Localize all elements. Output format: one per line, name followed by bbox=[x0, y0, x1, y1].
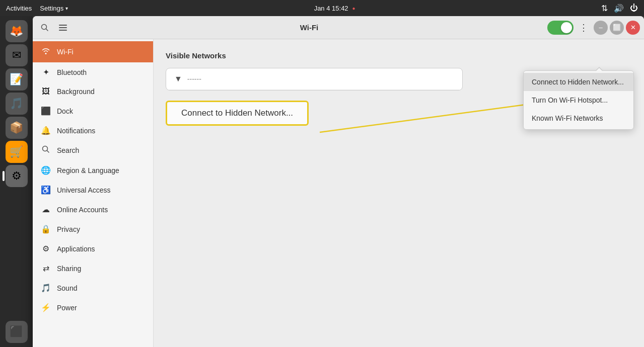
universal-access-icon: ♿ bbox=[41, 185, 51, 195]
sidebar-item-power[interactable]: ⚡ Power bbox=[33, 298, 153, 317]
sidebar-label-wifi: Wi-Fi bbox=[57, 48, 74, 56]
sidebar-label-bluetooth: Bluetooth bbox=[57, 68, 87, 76]
online-accounts-icon: ☁ bbox=[41, 205, 51, 214]
sidebar-label-search: Search bbox=[57, 146, 79, 154]
dock-icon-music[interactable]: 🎵 bbox=[6, 93, 28, 115]
dock-settings-icon: ⬛ bbox=[41, 106, 51, 116]
sidebar-label-sound: Sound bbox=[57, 284, 77, 292]
sidebar-label-applications: Applications bbox=[57, 245, 95, 253]
dropdown-item-connect-hidden[interactable]: Connect to Hidden Network... bbox=[524, 73, 633, 91]
datetime-label: Jan 4 15:42 bbox=[314, 5, 348, 12]
sidebar-item-region[interactable]: 🌐 Region & Language bbox=[33, 160, 153, 180]
sidebar-item-background[interactable]: 🖼 Background bbox=[33, 82, 153, 101]
sidebar-label-universal-access: Universal Access bbox=[57, 186, 111, 194]
power-settings-icon: ⚡ bbox=[41, 303, 51, 312]
dock-icon-apps[interactable]: ⬛ bbox=[6, 321, 28, 343]
sound-icon: 🎵 bbox=[41, 283, 51, 293]
window-titlebar: Wi-Fi ⋮ – ⬜ ✕ bbox=[33, 16, 644, 39]
search-settings-icon bbox=[41, 145, 51, 155]
svg-rect-4 bbox=[59, 30, 67, 31]
sidebar-item-wifi[interactable]: Wi-Fi bbox=[33, 41, 153, 62]
volume-icon: 🔊 bbox=[614, 4, 624, 13]
applications-icon: ⚙ bbox=[41, 244, 51, 253]
sidebar-label-online-accounts: Online Accounts bbox=[57, 206, 108, 214]
sidebar-item-bluetooth[interactable]: ✦ Bluetooth bbox=[33, 62, 153, 82]
networks-container: ▼ ------ bbox=[166, 68, 463, 91]
kebab-menu-button[interactable]: ⋮ bbox=[576, 20, 592, 36]
sidebar-item-online-accounts[interactable]: ☁ Online Accounts bbox=[33, 200, 153, 219]
connect-hidden-highlight-box[interactable]: Connect to Hidden Network... bbox=[166, 101, 309, 126]
settings-menu-label: Settings bbox=[40, 5, 63, 12]
main-content: Visible Networks ▼ ------ bbox=[154, 39, 644, 347]
header-menu-button[interactable] bbox=[55, 20, 71, 36]
application-dock: 🦊 ✉ 📝 🎵 📦 🛒 ⚙ ⬛ bbox=[0, 16, 33, 347]
sidebar-item-search[interactable]: Search bbox=[33, 140, 153, 160]
svg-rect-2 bbox=[59, 25, 67, 26]
sidebar-item-sound[interactable]: 🎵 Sound bbox=[33, 278, 153, 298]
sidebar-label-privacy: Privacy bbox=[57, 225, 80, 233]
sidebar-item-privacy[interactable]: 🔒 Privacy bbox=[33, 219, 153, 239]
sidebar-label-background: Background bbox=[57, 88, 95, 96]
network-icon: ⇅ bbox=[601, 4, 608, 13]
visible-networks-title: Visible Networks bbox=[166, 51, 632, 60]
wifi-signal-icon: ▼ bbox=[174, 74, 182, 83]
bluetooth-icon: ✦ bbox=[41, 67, 51, 77]
sidebar-item-sharing[interactable]: ⇄ Sharing bbox=[33, 258, 153, 278]
wifi-toggle[interactable] bbox=[547, 21, 574, 35]
power-icon: ⏻ bbox=[630, 4, 638, 13]
recording-dot: ● bbox=[352, 6, 355, 11]
sidebar-label-region: Region & Language bbox=[57, 166, 119, 175]
network-item[interactable]: ▼ ------ bbox=[166, 68, 462, 90]
maximize-button[interactable]: ⬜ bbox=[610, 21, 624, 35]
dock-icon-settings[interactable]: ⚙ bbox=[6, 165, 28, 187]
wifi-icon bbox=[41, 46, 51, 57]
dock-icon-writer[interactable]: 📝 bbox=[6, 68, 28, 91]
chevron-down-icon: ▾ bbox=[65, 6, 68, 11]
svg-line-6 bbox=[47, 151, 49, 153]
settings-sidebar: Wi-Fi ✦ Bluetooth 🖼 Background ⬛ Dock 🔔 … bbox=[33, 39, 154, 347]
notifications-icon: 🔔 bbox=[41, 126, 51, 135]
region-icon: 🌐 bbox=[41, 165, 51, 175]
svg-rect-3 bbox=[59, 27, 67, 28]
dropdown-menu: Connect to Hidden Network... Turn On Wi-… bbox=[523, 70, 634, 130]
sidebar-label-power: Power bbox=[57, 304, 77, 312]
dock-icon-software[interactable]: 📦 bbox=[6, 117, 28, 139]
sidebar-item-notifications[interactable]: 🔔 Notifications bbox=[33, 121, 153, 140]
sidebar-item-applications[interactable]: ⚙ Applications bbox=[33, 239, 153, 258]
close-button[interactable]: ✕ bbox=[626, 21, 640, 35]
dropdown-item-known-networks[interactable]: Known Wi-Fi Networks bbox=[524, 109, 633, 127]
dock-icon-firefox[interactable]: 🦊 bbox=[6, 20, 28, 42]
topbar: Activities Settings ▾ Jan 4 15:42 ● ⇅ 🔊 … bbox=[0, 0, 644, 16]
window-title: Wi-Fi bbox=[300, 23, 319, 32]
dock-icon-amazon[interactable]: 🛒 bbox=[6, 141, 28, 163]
dropdown-item-hotspot[interactable]: Turn On Wi-Fi Hotspot... bbox=[524, 91, 633, 109]
settings-menu-button[interactable]: Settings ▾ bbox=[40, 5, 68, 12]
sidebar-label-dock: Dock bbox=[57, 107, 73, 115]
sharing-icon: ⇄ bbox=[41, 264, 51, 273]
settings-window: Wi-Fi ⋮ – ⬜ ✕ Wi-Fi ✦ bbox=[33, 16, 644, 347]
network-name: ------ bbox=[187, 75, 201, 83]
sidebar-label-sharing: Sharing bbox=[57, 265, 81, 273]
header-search-button[interactable] bbox=[37, 20, 53, 36]
sidebar-label-notifications: Notifications bbox=[57, 127, 95, 135]
dock-icon-mail[interactable]: ✉ bbox=[6, 44, 28, 66]
window-body: Wi-Fi ✦ Bluetooth 🖼 Background ⬛ Dock 🔔 … bbox=[33, 39, 644, 347]
minimize-button[interactable]: – bbox=[594, 21, 608, 35]
activities-button[interactable]: Activities bbox=[6, 5, 32, 12]
privacy-icon: 🔒 bbox=[41, 224, 51, 234]
background-icon: 🖼 bbox=[41, 87, 51, 96]
sidebar-item-dock[interactable]: ⬛ Dock bbox=[33, 101, 153, 121]
svg-line-1 bbox=[46, 29, 48, 31]
sidebar-item-universal-access[interactable]: ♿ Universal Access bbox=[33, 180, 153, 200]
